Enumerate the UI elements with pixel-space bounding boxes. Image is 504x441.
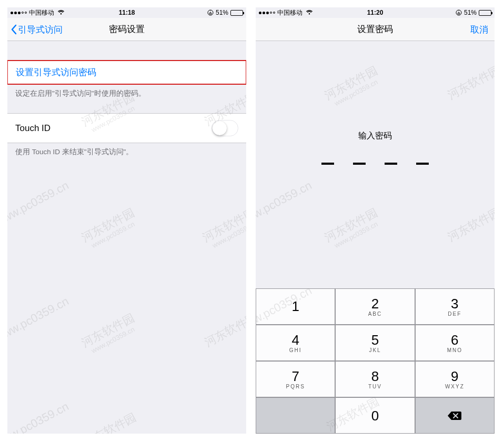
back-button[interactable]: 引导式访问 — [11, 18, 63, 41]
screenshot-left: 中国移动 11:18 51% 引导式访问 密码设置 — [7, 7, 246, 434]
nav-title: 密码设置 — [109, 23, 145, 35]
status-time: 11:18 — [119, 9, 135, 16]
nav-bar: 设置密码 取消 — [256, 18, 495, 41]
key-6[interactable]: 6MNO — [415, 325, 495, 361]
key-0[interactable]: 0 — [335, 397, 415, 434]
passcode-area: 输入密码 — [256, 41, 495, 165]
chevron-left-icon — [11, 24, 17, 35]
cancel-button[interactable]: 取消 — [470, 18, 488, 41]
battery-pct: 51% — [464, 9, 477, 16]
status-time: 11:20 — [367, 9, 384, 16]
orientation-lock-icon — [207, 9, 214, 16]
nav-bar: 引导式访问 密码设置 — [7, 18, 246, 41]
screenshot-right: 中国移动 11:20 51% 设置密码 取消 输入密码 — [256, 7, 495, 434]
status-bar: 中国移动 11:20 51% — [256, 7, 495, 18]
set-passcode-label: 设置引导式访问密码 — [16, 66, 96, 78]
signal-icon — [11, 12, 27, 14]
battery-pct: 51% — [216, 9, 228, 16]
key-1[interactable]: 1 — [256, 288, 335, 325]
carrier-label: 中国移动 — [29, 8, 54, 17]
key-7[interactable]: 7PQRS — [256, 361, 335, 397]
key-4[interactable]: 4GHI — [256, 325, 335, 361]
passcode-dashes — [256, 163, 495, 165]
touch-id-toggle[interactable] — [211, 120, 238, 136]
passcode-dash — [321, 163, 334, 165]
touch-id-label: Touch ID — [15, 123, 51, 134]
status-bar: 中国移动 11:18 51% — [7, 7, 246, 18]
set-guided-access-passcode-cell[interactable]: 设置引导式访问密码 — [7, 60, 246, 85]
set-passcode-footer: 设定在启用"引导式访问"时使用的密码。 — [7, 85, 246, 104]
key-2[interactable]: 2ABC — [335, 288, 415, 325]
carrier-label: 中国移动 — [277, 8, 303, 17]
orientation-lock-icon — [456, 9, 462, 16]
nav-title: 设置密码 — [357, 23, 393, 35]
signal-icon — [259, 12, 275, 14]
enter-passcode-label: 输入密码 — [256, 131, 495, 142]
key-9[interactable]: 9WXYZ — [415, 361, 495, 397]
key-delete[interactable] — [415, 397, 495, 434]
key-3[interactable]: 3DEF — [415, 288, 495, 325]
wifi-icon — [57, 9, 65, 16]
back-label: 引导式访问 — [18, 24, 63, 36]
passcode-dash — [416, 163, 429, 165]
passcode-dash — [353, 163, 366, 165]
passcode-dash — [385, 163, 397, 165]
numeric-keypad: 1 2ABC 3DEF 4GHI 5JKL 6MNO 7PQRS 8TUV 9W… — [256, 288, 495, 434]
key-blank — [256, 397, 335, 434]
wifi-icon — [306, 9, 313, 16]
backspace-icon — [447, 410, 462, 421]
battery-icon — [230, 10, 243, 16]
touch-id-footer: 使用 Touch ID 来结束"引导式访问"。 — [7, 143, 246, 162]
touch-id-cell[interactable]: Touch ID — [7, 113, 246, 143]
key-5[interactable]: 5JKL — [335, 325, 415, 361]
key-8[interactable]: 8TUV — [335, 361, 415, 397]
battery-icon — [479, 10, 491, 16]
